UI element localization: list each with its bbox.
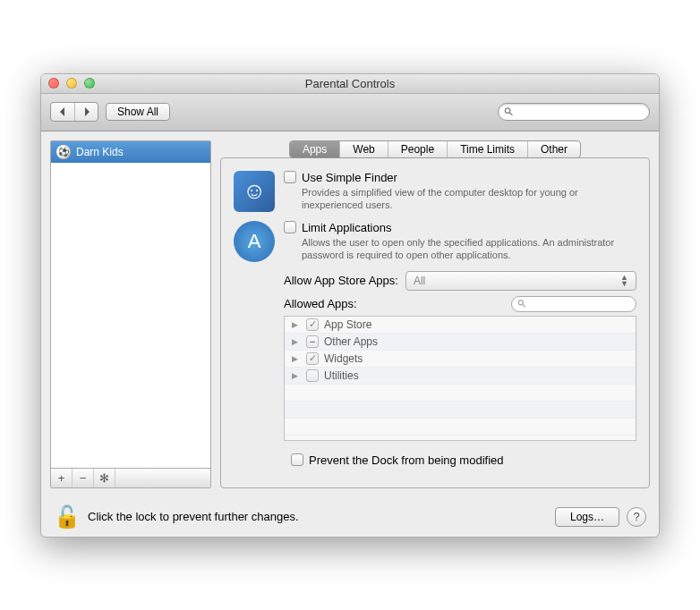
tree-checkbox[interactable] xyxy=(306,335,319,348)
tree-row[interactable]: ▶ Widgets xyxy=(285,351,636,368)
soccer-ball-icon: ⚽ xyxy=(56,145,71,159)
limit-apps-checkbox[interactable] xyxy=(284,221,296,233)
search-input[interactable] xyxy=(498,103,650,121)
tree-checkbox[interactable] xyxy=(306,318,319,331)
search-field[interactable] xyxy=(517,106,644,117)
tree-row[interactable]: ▶ Other Apps xyxy=(285,334,636,351)
tree-row[interactable]: ▶ App Store xyxy=(285,317,636,334)
back-button[interactable] xyxy=(51,103,74,121)
tree-row[interactable]: ▶ Utilities xyxy=(285,368,636,385)
tree-row-empty xyxy=(285,419,636,436)
svg-point-0 xyxy=(505,108,509,113)
allowed-apps-tree[interactable]: ▶ App Store ▶ Other Apps ▶ Widgets xyxy=(284,316,636,441)
tab-apps[interactable]: Apps xyxy=(290,141,340,157)
simple-finder-checkbox[interactable] xyxy=(284,171,296,183)
tree-label: App Store xyxy=(324,318,371,331)
tab-people[interactable]: People xyxy=(388,141,448,157)
toolbar: Show All xyxy=(41,94,659,131)
tree-label: Utilities xyxy=(324,369,359,382)
remove-user-button[interactable]: − xyxy=(73,469,94,487)
user-sidebar: ⚽ Darn Kids + − ✻ xyxy=(50,140,211,488)
allowed-apps-search-field[interactable] xyxy=(526,299,630,309)
logs-button[interactable]: Logs… xyxy=(555,507,619,527)
allowed-apps-search[interactable] xyxy=(511,296,636,312)
prevent-dock-checkbox[interactable] xyxy=(291,453,303,466)
disclosure-triangle-icon[interactable]: ▶ xyxy=(292,354,301,363)
window-title: Parental Controls xyxy=(41,77,659,90)
disclosure-triangle-icon[interactable]: ▶ xyxy=(292,320,301,329)
forward-button[interactable] xyxy=(74,103,98,121)
allow-store-select[interactable]: All ▲▼ xyxy=(405,271,636,291)
tab-other[interactable]: Other xyxy=(528,141,580,157)
allow-store-label: Allow App Store Apps: xyxy=(284,274,398,287)
tree-checkbox[interactable] xyxy=(306,352,319,365)
tab-web[interactable]: Web xyxy=(340,141,388,157)
tree-checkbox[interactable] xyxy=(306,369,319,382)
preferences-window: Parental Controls Show All ⚽ Darn Kids xyxy=(40,73,660,538)
nav-back-forward xyxy=(50,102,98,122)
simple-finder-desc: Provides a simplified view of the comput… xyxy=(302,186,636,212)
limit-apps-desc: Allows the user to open only the specifi… xyxy=(302,236,636,262)
select-arrows-icon: ▲▼ xyxy=(620,275,628,287)
tree-row-empty xyxy=(285,385,636,402)
prevent-dock-label: Prevent the Dock from being modified xyxy=(309,453,504,467)
tree-label: Other Apps xyxy=(324,335,378,348)
simple-finder-label: Use Simple Finder xyxy=(302,171,397,184)
add-user-button[interactable]: + xyxy=(51,469,73,487)
svg-line-1 xyxy=(509,113,512,115)
help-button[interactable]: ? xyxy=(627,507,646,527)
tree-row-empty xyxy=(285,402,636,419)
app-store-icon: A xyxy=(234,221,275,262)
tab-bar: Apps Web People Time Limits Other xyxy=(220,140,650,158)
svg-line-3 xyxy=(523,304,525,307)
tab-time-limits[interactable]: Time Limits xyxy=(448,141,528,157)
user-name: Darn Kids xyxy=(76,146,124,158)
footer: 🔓 Click the lock to prevent further chan… xyxy=(41,497,659,537)
svg-point-2 xyxy=(518,301,523,305)
apps-pane: ☺ Use Simple Finder Provides a simplifie… xyxy=(220,157,650,488)
lock-text: Click the lock to prevent further change… xyxy=(88,510,299,523)
main-panel: Apps Web People Time Limits Other ☺ Use … xyxy=(220,140,650,488)
limit-apps-label: Limit Applications xyxy=(302,221,391,234)
tree-label: Widgets xyxy=(324,352,363,365)
disclosure-triangle-icon[interactable]: ▶ xyxy=(292,337,301,346)
user-list[interactable]: ⚽ Darn Kids xyxy=(51,141,210,468)
disclosure-triangle-icon[interactable]: ▶ xyxy=(292,371,301,380)
finder-icon: ☺ xyxy=(234,171,275,212)
show-all-button[interactable]: Show All xyxy=(106,103,170,121)
allowed-apps-label: Allowed Apps: xyxy=(284,297,357,310)
user-actions-button[interactable]: ✻ xyxy=(94,469,115,487)
content-area: ⚽ Darn Kids + − ✻ Apps Web People Time L… xyxy=(41,131,659,497)
sidebar-footer: + − ✻ xyxy=(51,468,210,487)
user-row[interactable]: ⚽ Darn Kids xyxy=(51,141,210,163)
allow-store-value: All xyxy=(414,275,425,287)
lock-icon[interactable]: 🔓 xyxy=(54,504,81,530)
titlebar[interactable]: Parental Controls xyxy=(41,74,659,94)
